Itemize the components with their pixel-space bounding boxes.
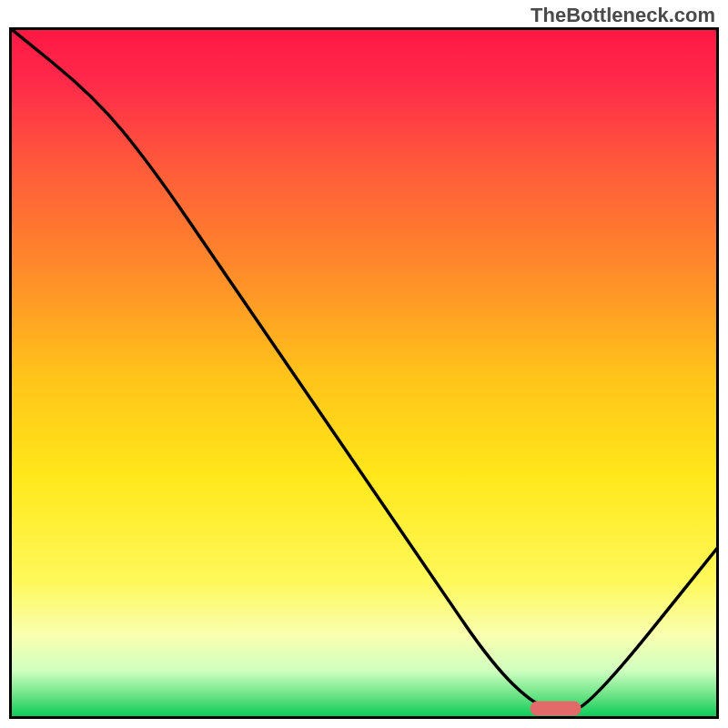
- chart-svg: [9, 27, 719, 719]
- watermark-text: TheBottleneck.com: [531, 4, 715, 27]
- gradient-background: [9, 27, 719, 719]
- optimal-marker: [531, 702, 581, 716]
- chart-area: [9, 27, 719, 719]
